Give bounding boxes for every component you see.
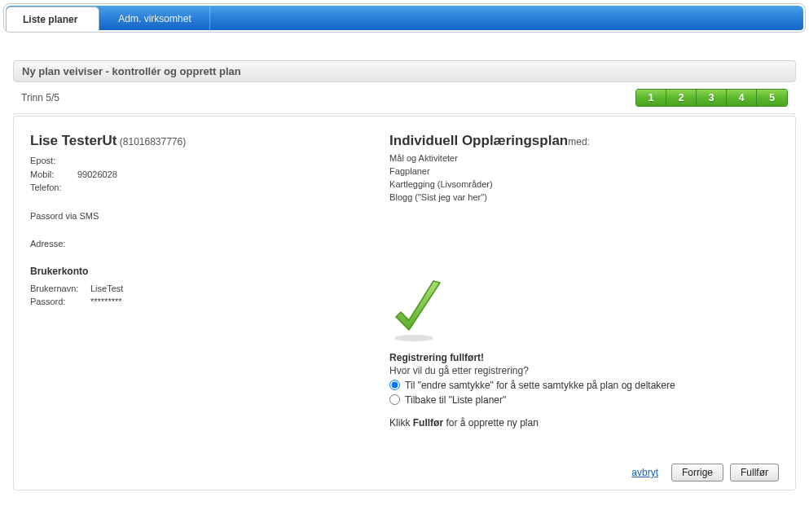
radio-consent-input[interactable] (389, 380, 400, 390)
value-username: LiseTest (90, 282, 123, 296)
step-label: Trinn 5/5 (21, 92, 59, 103)
svg-point-0 (394, 335, 433, 341)
plan-title: Individuell Opplæringsplan (389, 133, 568, 148)
label-password: Passord: (30, 295, 90, 309)
account-heading: Brukerkonto (30, 266, 389, 277)
value-mobile: 99026028 (77, 168, 117, 182)
tab-liste-planer[interactable]: Liste planer (6, 7, 99, 31)
label-mobile: Mobil: (30, 168, 77, 182)
final-post: for å opprette ny plan (443, 417, 539, 429)
person-id: (81016837776) (120, 136, 186, 147)
registration-question: Hvor vil du gå etter registrering? (389, 365, 779, 376)
step-1[interactable]: 1 (636, 90, 666, 106)
content-panel: Lise TesterUt (81016837776) Epost: Mobil… (13, 116, 796, 490)
radio-option-consent[interactable]: Til "endre samtykke" for å sette samtykk… (389, 380, 779, 391)
step-4[interactable]: 4 (727, 90, 757, 106)
label-email: Epost: (30, 154, 77, 168)
radio-option-list[interactable]: Tilbake til "Liste planer" (389, 394, 779, 406)
plan-item-1: Mål og Aktiviteter (389, 152, 779, 165)
plan-item-2: Fagplaner (389, 165, 779, 178)
password-sms: Passord via SMS (30, 209, 389, 223)
person-name: Lise TesterUt (30, 133, 117, 148)
final-bold: Fullfør (413, 417, 443, 429)
wizard-title: Ny plan veiviser - kontrollér og opprett… (13, 60, 796, 82)
step-row: Trinn 5/5 1 2 3 4 5 (13, 82, 796, 114)
step-5[interactable]: 5 (757, 90, 787, 106)
radio-list-label: Tilbake til "Liste planer" (405, 394, 506, 406)
tab-adm-virksomhet[interactable]: Adm. virksomhet (99, 6, 209, 30)
plan-item-3: Kartlegging (Livsområder) (389, 178, 779, 191)
registration-heading: Registrering fullført! (389, 352, 779, 363)
plan-item-4: Blogg ("Sist jeg var her") (389, 191, 779, 204)
step-2[interactable]: 2 (666, 90, 697, 106)
plan-items: Mål og Aktiviteter Fagplaner Kartlegging… (389, 152, 779, 204)
label-username: Brukernavn: (30, 282, 90, 296)
checkmark-icon (389, 278, 779, 345)
cancel-link[interactable]: avbryt (631, 467, 658, 478)
app-frame: Liste planer Adm. virksomhet (3, 3, 806, 33)
tab-bar: Liste planer Adm. virksomhet (6, 6, 803, 30)
label-phone: Telefon: (30, 181, 77, 195)
step-3[interactable]: 3 (697, 90, 727, 106)
prev-button[interactable]: Forrige (671, 464, 723, 481)
plan-suffix: med: (568, 136, 590, 147)
left-column: Lise TesterUt (81016837776) Epost: Mobil… (30, 133, 389, 481)
final-instruction: Klikk Fullfør for å opprette ny plan (389, 417, 779, 429)
label-address: Adresse: (30, 239, 65, 248)
radio-list-input[interactable] (389, 394, 400, 405)
final-pre: Klikk (389, 417, 413, 429)
finish-button[interactable]: Fullfør (730, 464, 779, 481)
right-column: Individuell Opplæringsplanmed: Mål og Ak… (389, 133, 779, 481)
radio-consent-label: Til "endre samtykke" for å sette samtykk… (405, 380, 675, 391)
value-password: ********* (90, 295, 122, 309)
button-row: avbryt Forrige Fullfør (631, 464, 779, 481)
person-details: Epost: Mobil: 99026028 Telefon: (30, 154, 389, 195)
step-indicator: 1 2 3 4 5 (635, 89, 788, 107)
